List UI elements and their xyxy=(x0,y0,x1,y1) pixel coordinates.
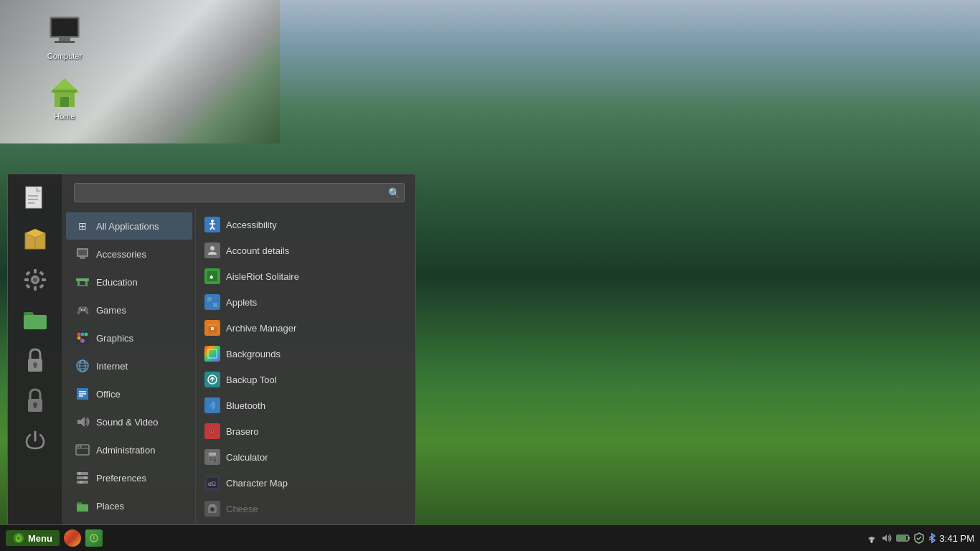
firefox-taskbar-icon[interactable] xyxy=(64,529,81,547)
network-tray-icon[interactable] xyxy=(866,532,877,544)
sidebar-packages-button[interactable] xyxy=(17,222,53,258)
svg-rect-110 xyxy=(209,504,215,507)
volume-tray-icon[interactable] xyxy=(881,532,892,544)
search-bar-area: 🔍 xyxy=(63,174,415,208)
gear-icon xyxy=(23,268,47,292)
category-education[interactable]: Education xyxy=(66,268,192,296)
svg-rect-104 xyxy=(212,459,214,461)
sidebar-files-button[interactable] xyxy=(17,302,53,338)
category-games[interactable]: 🎮 Games xyxy=(66,296,192,324)
app-menu-container: 🔍 ⊞ All Applications xyxy=(7,174,416,525)
accessibility-svg xyxy=(207,219,218,230)
sidebar-lock2-button[interactable] xyxy=(17,382,53,418)
education-svg xyxy=(75,275,90,289)
app-backup-tool[interactable]: Backup Tool xyxy=(196,367,415,392)
aisleriot-label: AisleRiot Solitaire xyxy=(226,271,299,282)
category-places[interactable]: Places xyxy=(66,492,192,519)
mintupdate-taskbar-icon[interactable] xyxy=(85,529,103,547)
category-all[interactable]: ⊞ All Applications xyxy=(66,212,192,240)
home-label: Home xyxy=(54,112,75,121)
category-internet[interactable]: Internet xyxy=(66,352,192,380)
sidebar-documents-button[interactable] xyxy=(17,182,53,217)
svg-rect-23 xyxy=(42,278,46,281)
home-icon-img xyxy=(47,75,82,109)
taskbar-right: 3:41 PM xyxy=(866,532,974,544)
svg-rect-68 xyxy=(77,504,88,512)
svg-rect-121 xyxy=(908,537,910,540)
brasero-svg xyxy=(207,425,218,437)
search-icon[interactable]: 🔍 xyxy=(388,187,400,199)
backgrounds-svg xyxy=(207,348,218,359)
app-archive-manager[interactable]: Archive Manager xyxy=(196,315,415,341)
svg-rect-24 xyxy=(25,270,30,276)
menu-body: ⊞ All Applications Accessories xyxy=(63,208,415,524)
archive-svg xyxy=(207,322,218,334)
backgrounds-label: Backgrounds xyxy=(226,349,281,359)
svg-rect-36 xyxy=(78,250,87,255)
svg-marker-57 xyxy=(77,417,85,427)
mint-logo-icon xyxy=(13,532,24,544)
svg-rect-86 xyxy=(207,324,217,326)
category-all-label: All Applications xyxy=(96,221,159,232)
sidebar-power-button[interactable] xyxy=(17,423,53,458)
category-sound-video-label: Sound & Video xyxy=(96,417,159,428)
svg-rect-22 xyxy=(24,278,29,281)
apps-panel: Accessibility Account details xyxy=(196,208,415,524)
svg-rect-6 xyxy=(60,97,69,107)
menu-button[interactable]: Menu xyxy=(6,530,60,546)
app-calculator[interactable]: Calculator xyxy=(196,444,415,470)
app-cheese[interactable]: Cheese xyxy=(196,496,415,522)
svg-rect-28 xyxy=(24,315,47,329)
app-backgrounds[interactable]: Backgrounds xyxy=(196,341,415,367)
battery-tray-icon[interactable] xyxy=(896,532,910,544)
svg-marker-92 xyxy=(212,401,215,410)
category-administration[interactable]: Administration xyxy=(66,436,192,463)
svg-rect-7 xyxy=(52,90,77,93)
category-graphics-label: Graphics xyxy=(96,333,133,344)
app-account-details[interactable]: Account details xyxy=(196,237,415,263)
category-accessories[interactable]: Accessories xyxy=(66,240,192,268)
aisleriot-icon: ♠ xyxy=(204,268,220,284)
computer-label: Computer xyxy=(47,52,82,60)
sidebar-settings-button[interactable] xyxy=(17,262,53,298)
category-preferences[interactable]: Preferences xyxy=(66,464,192,491)
svg-rect-82 xyxy=(213,297,217,301)
home-desktop-icon[interactable]: Home xyxy=(39,75,90,121)
backgrounds-icon xyxy=(204,346,220,362)
sidebar-lock-button[interactable] xyxy=(17,342,53,378)
bluetooth-label: Bluetooth xyxy=(226,400,265,411)
category-preferences-label: Preferences xyxy=(96,473,146,484)
svg-rect-20 xyxy=(34,269,37,273)
category-education-label: Education xyxy=(96,277,138,288)
search-input[interactable] xyxy=(74,183,405,202)
category-graphics[interactable]: Graphics xyxy=(66,324,192,352)
app-brasero[interactable]: Brasero xyxy=(196,418,415,444)
app-bluetooth[interactable]: Bluetooth xyxy=(196,392,415,418)
category-sound-video[interactable]: Sound & Video xyxy=(66,408,192,435)
backup-icon xyxy=(204,372,220,387)
app-character-map[interactable]: a Ω Character Map xyxy=(196,470,415,496)
svg-rect-103 xyxy=(209,459,211,461)
bluetooth-tray-icon[interactable] xyxy=(928,532,936,544)
computer-desktop-icon[interactable]: Computer xyxy=(39,14,90,60)
archive-manager-label: Archive Manager xyxy=(226,323,296,334)
svg-rect-1 xyxy=(52,19,77,36)
svg-point-44 xyxy=(81,333,85,336)
app-accessibility[interactable]: Accessibility xyxy=(196,212,415,237)
computer-icon-img xyxy=(47,14,82,49)
svg-rect-122 xyxy=(897,536,906,540)
svg-rect-81 xyxy=(207,297,212,301)
office-icon xyxy=(75,386,90,402)
svg-rect-31 xyxy=(34,364,37,368)
category-recent-files[interactable]: Recent Files xyxy=(66,520,192,524)
app-aisleriot[interactable]: ♠ AisleRiot Solitaire xyxy=(196,263,415,289)
internet-svg xyxy=(75,359,90,373)
security-tray-icon[interactable] xyxy=(914,532,924,544)
category-accessories-label: Accessories xyxy=(96,249,146,260)
category-office[interactable]: Office xyxy=(66,380,192,408)
all-apps-icon: ⊞ xyxy=(75,218,90,234)
svg-rect-3 xyxy=(55,41,75,43)
update-icon xyxy=(89,533,99,543)
places-icon xyxy=(75,498,90,514)
app-applets[interactable]: Applets xyxy=(196,289,415,315)
